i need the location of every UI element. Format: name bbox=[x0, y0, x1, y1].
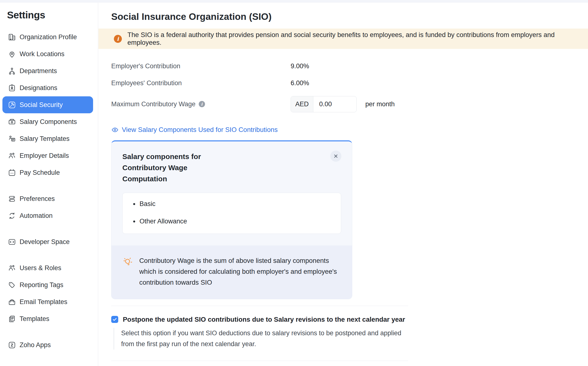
employees-contribution-label: Employees' Contribution bbox=[111, 79, 291, 87]
postpone-section: Postpone the updated SIO contributions d… bbox=[111, 316, 588, 350]
sidebar-item-reporting-tags[interactable]: Reporting Tags bbox=[2, 276, 93, 293]
info-banner-text: The SIO is a federal authority that prov… bbox=[127, 31, 576, 46]
calendar-icon bbox=[8, 168, 16, 177]
main-content: Social Insurance Organization (SIO) i Th… bbox=[98, 3, 588, 366]
nav-group-spacer bbox=[0, 250, 98, 259]
nav-group-spacer bbox=[0, 327, 98, 336]
sidebar-item-salary-templates[interactable]: Salary Templates bbox=[2, 130, 93, 147]
sidebar-item-label: Salary Templates bbox=[20, 135, 70, 143]
employer-contribution-row: Employer's Contribution 9.00% bbox=[111, 58, 588, 75]
sidebar-item-users-roles[interactable]: Users & Roles bbox=[2, 259, 93, 276]
building-icon bbox=[8, 33, 16, 41]
postpone-checkbox[interactable] bbox=[111, 316, 118, 323]
eye-icon bbox=[111, 126, 119, 134]
sidebar-item-label: Organization Profile bbox=[20, 33, 77, 41]
employees-contribution-value: 6.00% bbox=[291, 79, 309, 87]
currency-label: AED bbox=[291, 96, 313, 112]
sidebar-item-automation[interactable]: Automation bbox=[2, 207, 93, 224]
sidebar-item-preferences[interactable]: Preferences bbox=[2, 190, 93, 207]
sidebar-item-label: Pay Schedule bbox=[20, 169, 60, 176]
wage-input-group: AED bbox=[291, 96, 357, 112]
hierarchy-icon bbox=[8, 67, 16, 75]
component-label: Basic bbox=[140, 200, 155, 208]
close-button[interactable] bbox=[330, 151, 341, 162]
documents-icon bbox=[8, 315, 16, 323]
wage-amount-input[interactable] bbox=[313, 96, 356, 112]
sidebar-item-label: Employer Details bbox=[20, 152, 69, 160]
sidebar-item-label: Automation bbox=[20, 212, 53, 220]
sidebar-item-social-security[interactable]: Social Security bbox=[2, 96, 93, 113]
popover-title: Salary components for Contributory Wage … bbox=[111, 141, 261, 184]
sidebar-item-pay-schedule[interactable]: Pay Schedule bbox=[2, 164, 93, 181]
sidebar-item-employer-details[interactable]: Employer Details bbox=[2, 147, 93, 164]
map-pin-icon bbox=[8, 50, 16, 58]
cash-icon bbox=[8, 118, 16, 126]
sidebar-item-label: Work Locations bbox=[20, 50, 65, 58]
sidebar-item-designations[interactable]: Designations bbox=[2, 79, 93, 96]
sidebar-item-label: Developer Space bbox=[20, 238, 70, 246]
people-icon bbox=[8, 264, 16, 272]
sync-icon bbox=[8, 212, 16, 220]
max-contributory-wage-label: Maximum Contributory Wage bbox=[111, 100, 196, 108]
sidebar-item-work-locations[interactable]: Work Locations bbox=[2, 46, 93, 62]
mail-icon bbox=[8, 298, 16, 306]
close-icon bbox=[333, 153, 339, 159]
code-icon bbox=[8, 238, 16, 246]
nav-group-spacer bbox=[0, 224, 98, 233]
info-tooltip-icon[interactable]: i bbox=[199, 101, 205, 107]
sidebar-item-label: Salary Components bbox=[20, 118, 77, 126]
sidebar-item-zoho-apps[interactable]: Zoho Apps bbox=[2, 336, 93, 353]
contributory-wage-note: Contributory Wage is the sum of above li… bbox=[111, 245, 352, 299]
id-badge-icon bbox=[8, 84, 16, 92]
sidebar-item-label: Preferences bbox=[20, 195, 55, 203]
sidebar-item-email-templates[interactable]: Email Templates bbox=[2, 293, 93, 310]
sidebar-item-label: Designations bbox=[20, 84, 57, 92]
contribution-rows: Employer's Contribution 9.00% Employees'… bbox=[111, 58, 588, 115]
employer-contribution-label: Employer's Contribution bbox=[111, 62, 291, 70]
toggles-icon bbox=[8, 195, 16, 203]
person-document-icon bbox=[8, 135, 16, 143]
sidebar-title: Settings bbox=[0, 3, 98, 21]
employer-contribution-value: 9.00% bbox=[291, 62, 309, 70]
sidebar-item-label: Zoho Apps bbox=[20, 341, 51, 349]
sidebar-item-organization-profile[interactable]: Organization Profile bbox=[2, 29, 93, 46]
sidebar-item-label: Users & Roles bbox=[20, 264, 61, 272]
view-salary-components-label: View Salary Components Used for SIO Cont… bbox=[122, 126, 278, 134]
sidebar-item-label: Templates bbox=[20, 315, 49, 323]
page-title: Social Insurance Organization (SIO) bbox=[111, 11, 588, 22]
sidebar-item-departments[interactable]: Departments bbox=[2, 62, 93, 79]
component-label: Other Allowance bbox=[140, 218, 187, 225]
nav-group-spacer bbox=[0, 181, 98, 190]
sidebar-item-label: Social Security bbox=[20, 101, 63, 109]
divider bbox=[111, 306, 408, 306]
bullet-icon bbox=[133, 221, 135, 222]
list-item: Other Allowance bbox=[123, 216, 341, 227]
gavel-icon bbox=[8, 101, 16, 109]
sidebar-item-salary-components[interactable]: Salary Components bbox=[2, 113, 93, 130]
lightbulb-icon bbox=[122, 256, 133, 267]
per-month-label: per month bbox=[365, 100, 395, 108]
postpone-description: Select this option if you want SIO deduc… bbox=[114, 328, 404, 350]
max-contributory-wage-row: Maximum Contributory Wage i AED per mont… bbox=[111, 93, 588, 115]
settings-sidebar: Settings Organization Profile Work Locat… bbox=[0, 3, 98, 366]
list-item: Basic bbox=[123, 199, 341, 209]
sidebar-item-label: Email Templates bbox=[20, 298, 67, 306]
check-icon bbox=[112, 317, 117, 322]
info-icon: i bbox=[114, 35, 122, 43]
people-icon bbox=[8, 152, 16, 160]
sidebar-item-label: Reporting Tags bbox=[20, 281, 63, 289]
salary-components-popover: Salary components for Contributory Wage … bbox=[111, 140, 352, 299]
components-list: Basic Other Allowance bbox=[122, 193, 341, 234]
view-salary-components-link[interactable]: View Salary Components Used for SIO Cont… bbox=[111, 126, 278, 134]
employees-contribution-row: Employees' Contribution 6.00% bbox=[111, 75, 588, 92]
tag-icon bbox=[8, 281, 16, 289]
settings-nav: Organization Profile Work Locations Depa… bbox=[0, 29, 98, 353]
sidebar-item-templates[interactable]: Templates bbox=[2, 310, 93, 327]
top-strip bbox=[0, 0, 588, 2]
info-banner: i The SIO is a federal authority that pr… bbox=[98, 29, 588, 49]
sidebar-item-developer-space[interactable]: Developer Space bbox=[2, 233, 93, 250]
contributory-wage-note-text: Contributory Wage is the sum of above li… bbox=[139, 255, 338, 288]
bullet-icon bbox=[133, 203, 135, 205]
postpone-label: Postpone the updated SIO contributions d… bbox=[123, 316, 405, 323]
zoho-icon bbox=[8, 341, 16, 349]
